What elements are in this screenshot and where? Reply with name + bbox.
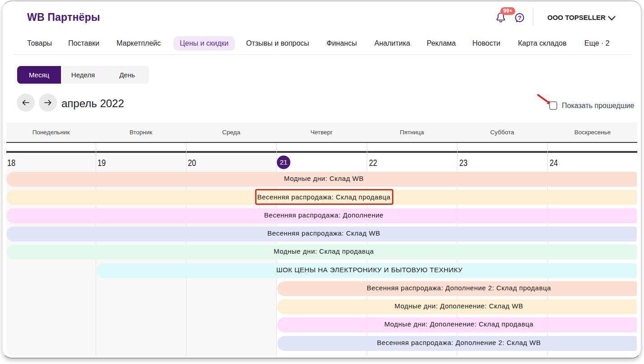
svg-text:?: ?	[518, 14, 521, 21]
